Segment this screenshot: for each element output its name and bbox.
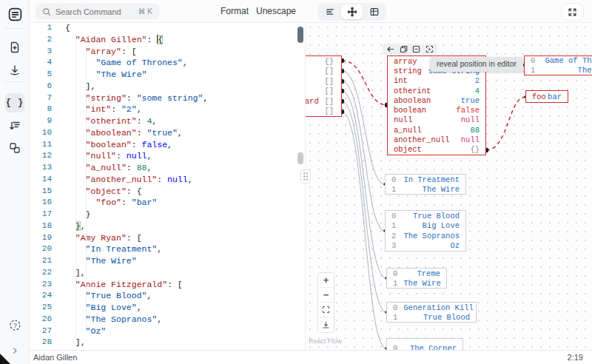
compare-icon[interactable] bbox=[5, 138, 24, 158]
indent-guide bbox=[86, 47, 87, 326]
statusbar-cursor-position: 2:19 bbox=[568, 353, 583, 362]
node-row[interactable]: 0Generation Kill bbox=[387, 303, 476, 312]
copy-icon[interactable] bbox=[400, 45, 408, 53]
node-alice[interactable]: 0The Corner bbox=[386, 338, 463, 350]
editor-scrollbar-thumb[interactable] bbox=[297, 27, 303, 43]
line-code: "Game of Thrones", bbox=[65, 58, 188, 70]
node-amy[interactable]: 0In Treatment1The Wire bbox=[385, 174, 466, 195]
collapse-node-icon[interactable] bbox=[412, 45, 420, 53]
json-editor-icon[interactable]: { } bbox=[5, 93, 24, 112]
editor-line: 22 ], bbox=[30, 268, 305, 280]
line-number: 21 bbox=[30, 256, 55, 268]
rows-view-icon[interactable] bbox=[319, 4, 340, 19]
transform-icon[interactable] bbox=[5, 116, 24, 135]
search-input[interactable] bbox=[56, 7, 134, 16]
node-row[interactable]: Amy Ryan[] bbox=[306, 67, 341, 77]
node-row[interactable]: another_nullnull bbox=[388, 135, 485, 144]
line-code: "a_null": 88, bbox=[65, 163, 152, 175]
search-command-box[interactable]: ⌘ K bbox=[36, 4, 159, 19]
view-mode-switcher bbox=[317, 3, 386, 21]
node-row[interactable]: 2The Sopranos bbox=[386, 231, 465, 241]
new-document-icon[interactable] bbox=[5, 38, 24, 57]
editor-line: 9 "otherint": 4, bbox=[30, 116, 305, 128]
graph-view-icon[interactable] bbox=[341, 4, 363, 19]
editor-line: 10 "aboolean": "true", bbox=[30, 128, 305, 140]
line-code: "another_null": null, bbox=[65, 175, 193, 186]
node-row[interactable]: Aidan Gillen{} bbox=[306, 56, 341, 67]
line-number: 16 bbox=[30, 198, 55, 209]
json-editor[interactable]: 1{2 "Aidan Gillen": {3 "array": [4 "Game… bbox=[30, 23, 305, 350]
node-row[interactable]: Anwan Glover[] bbox=[306, 87, 341, 97]
node-row[interactable]: 0In Treatment bbox=[386, 175, 465, 184]
focus-node-icon[interactable] bbox=[426, 45, 434, 53]
zoom-in-icon[interactable]: + bbox=[318, 273, 334, 288]
node-row[interactable]: 1The Wire bbox=[387, 278, 446, 288]
indent-guide bbox=[75, 35, 76, 338]
editor-line: 21 "The Wire" bbox=[30, 256, 305, 268]
node-annie[interactable]: 0True Blood1Big Love2The Sopranos3Oz bbox=[385, 210, 466, 252]
line-code: "Big Love", bbox=[65, 303, 142, 314]
sidebar-divider bbox=[4, 28, 26, 29]
back-icon[interactable] bbox=[386, 45, 394, 53]
download-image-icon[interactable] bbox=[318, 317, 334, 332]
line-number: 12 bbox=[30, 151, 55, 163]
node-row[interactable]: 0True Blood bbox=[386, 211, 465, 221]
line-code: "Aidan Gillen": { bbox=[65, 35, 163, 47]
editor-line: 16 "foo": "bar" bbox=[30, 198, 305, 209]
unescape-button[interactable]: Unescape bbox=[256, 6, 296, 16]
node-row[interactable]: Alexander Skarsgard[] bbox=[306, 96, 341, 107]
format-button[interactable]: Format bbox=[221, 6, 249, 16]
node-row[interactable]: abooleantrue bbox=[388, 95, 485, 105]
node-row[interactable]: 0Game of Thrones bbox=[525, 56, 592, 66]
line-number: 17 bbox=[30, 209, 55, 221]
editor-line: 23 "Annie Fitzgerald": [ bbox=[30, 280, 305, 291]
node-row[interactable]: int2 bbox=[388, 76, 485, 86]
node-row[interactable]: object{} bbox=[388, 145, 485, 155]
line-code: "otherint": 4, bbox=[65, 116, 157, 128]
node-row[interactable]: a_null88 bbox=[388, 125, 485, 135]
statusbar-json-path: Aidan Gillen bbox=[33, 353, 77, 362]
graph-canvas[interactable]: Aidan Gillen{}Amy Ryan[]Annie Fitzgerald… bbox=[306, 23, 592, 350]
node-object[interactable]: foobar bbox=[525, 90, 568, 103]
node-row[interactable]: 1True Blood bbox=[387, 312, 476, 322]
line-code: "null": null, bbox=[65, 151, 152, 163]
download-icon[interactable] bbox=[5, 61, 24, 80]
node-row[interactable]: 1The Wire bbox=[525, 66, 592, 75]
statusbar: Aidan Gillen 2:19 bbox=[30, 350, 592, 364]
line-number: 4 bbox=[30, 58, 55, 70]
help-icon[interactable]: ? bbox=[5, 315, 24, 334]
fit-view-icon[interactable] bbox=[318, 303, 334, 317]
node-alex[interactable]: 0Generation Kill1True Blood bbox=[386, 302, 477, 323]
editor-line: 15 "object": { bbox=[30, 186, 305, 198]
node-row[interactable]: 0Treme bbox=[387, 269, 446, 278]
node-row[interactable]: otherint4 bbox=[388, 86, 485, 95]
node-row[interactable]: Alice Farmer[] bbox=[306, 107, 341, 117]
editor-line: 28 ], bbox=[30, 337, 305, 349]
editor-lines: 1{2 "Aidan Gillen": {3 "array": [4 "Game… bbox=[30, 23, 305, 350]
node-row[interactable]: 1Big Love bbox=[386, 221, 465, 232]
editor-line: 20 "In Treatment", bbox=[30, 244, 305, 256]
node-root[interactable]: Aidan Gillen{}Amy Ryan[]Annie Fitzgerald… bbox=[306, 55, 342, 117]
node-row[interactable]: nullnull bbox=[388, 115, 485, 125]
node-row[interactable]: foobar bbox=[526, 91, 568, 102]
sidebar-divider bbox=[4, 81, 26, 82]
node-row[interactable]: 3Oz bbox=[386, 241, 465, 252]
table-view-icon[interactable] bbox=[363, 4, 385, 19]
line-code: "boolean": false, bbox=[65, 140, 172, 152]
line-number: 3 bbox=[30, 47, 55, 58]
topbar: ⌘ K Format Unescape bbox=[30, 0, 592, 23]
zoom-controls: + − bbox=[317, 272, 334, 333]
node-anwan[interactable]: 0Treme1The Wire bbox=[386, 268, 447, 289]
editor-line: 1{ bbox=[30, 23, 305, 35]
node-row[interactable]: 1The Wire bbox=[386, 184, 465, 194]
zoom-out-icon[interactable]: − bbox=[318, 288, 334, 303]
node-row[interactable]: Annie Fitzgerald[] bbox=[306, 76, 341, 87]
panel-splitter-handle[interactable] bbox=[300, 169, 311, 183]
node-row[interactable]: 0The Corner bbox=[387, 339, 462, 350]
fullscreen-icon[interactable] bbox=[561, 3, 584, 21]
node-got[interactable]: 0Game of Thrones1The Wire bbox=[524, 55, 592, 75]
node-row[interactable]: booleanfalse bbox=[388, 105, 485, 115]
search-shortcut: ⌘ K bbox=[138, 7, 152, 16]
editor-line: 17 } bbox=[30, 209, 305, 221]
logo[interactable] bbox=[5, 4, 24, 24]
